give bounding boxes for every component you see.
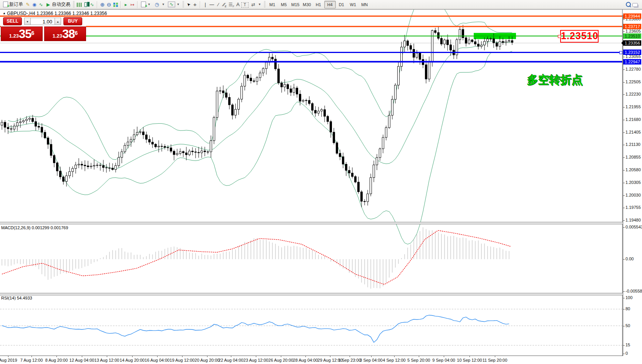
- collapse-triangle-icon[interactable]: ▲: [3, 12, 6, 15]
- candlestick-type-icon[interactable]: [82, 2, 89, 8]
- horizontal-line-tool-icon[interactable]: —: [209, 2, 215, 8]
- templates-button[interactable]: +▼: [139, 1, 152, 8]
- price-tick: 1.20855: [625, 155, 641, 159]
- chart-shift-icon[interactable]: ↦: [129, 2, 136, 8]
- price-tick: 1.19480: [625, 218, 641, 222]
- timeframe-h4[interactable]: H4: [324, 1, 336, 8]
- rsi-tick: 15: [625, 342, 630, 347]
- buy-button[interactable]: BUY: [63, 17, 82, 25]
- one-click-trading-panel: SELL ▼ 1.00 ▲ BUY 1.23356 1.23386: [1, 17, 86, 43]
- auto-trading-label: 自动交易: [52, 1, 70, 8]
- timeframe-m30[interactable]: M30: [301, 1, 313, 8]
- time-tick: 20 Aug 20:00: [195, 358, 220, 362]
- timeframe-mn[interactable]: MN: [359, 1, 370, 8]
- auto-trading-button[interactable]: ▶ 自动交易: [44, 1, 72, 8]
- timeframe-w1[interactable]: W1: [347, 1, 359, 8]
- price-tick: 1.21680: [625, 117, 641, 122]
- timeframe-buttons: M1M5M15M30H1H4D1W1MN: [267, 1, 370, 8]
- price-tick: 1.21130: [625, 142, 640, 147]
- price-axis[interactable]: 1.238801.236051.230551.227801.225051.222…: [623, 10, 642, 356]
- time-tick: 5 Sep 20:00: [407, 358, 430, 362]
- zoom-out-icon[interactable]: ⊖: [106, 2, 112, 8]
- time-tick: 10 Sep 12:00: [457, 358, 482, 362]
- arrows-tool-icon: ⇄: [250, 2, 257, 8]
- time-tick: 3 Sep 04:00: [360, 358, 382, 362]
- rsi-tick: 100: [625, 295, 632, 300]
- pane-separator-rsi[interactable]: [0, 293, 623, 295]
- trendline-tool-icon[interactable]: ∕: [215, 2, 222, 8]
- price-note-object[interactable]: 1.23510: [560, 30, 599, 43]
- toolbar: + 新订单 ✎ ◉ ∿ ▶ 自动交易 ∿ ⊕ ⊖ ▸ ↦ +▼ ◷▼ ∿▼ ➤ …: [0, 0, 642, 9]
- macd-label: MACD(12,26,9) 0.001299 0.001769: [1, 225, 68, 230]
- time-axis[interactable]: Aug 20197 Aug 12:008 Aug 20:0012 Aug 04:…: [0, 356, 623, 364]
- chart-canvas[interactable]: [0, 10, 623, 364]
- time-tick: 23 Aug 12:00: [244, 358, 269, 362]
- rsi-label: RSI(14) 54.4933: [1, 296, 32, 300]
- volume-decrease-button[interactable]: ▼: [24, 18, 31, 25]
- indicators-button[interactable]: ∿▼: [166, 1, 181, 8]
- pane-separator-macd[interactable]: [0, 222, 623, 224]
- timeframe-m5[interactable]: M5: [278, 1, 290, 8]
- line-anchor-handle[interactable]: [619, 51, 622, 54]
- level-price-badge: 1.23510: [623, 33, 641, 39]
- timeframe-m1[interactable]: M1: [267, 1, 278, 8]
- bar-chart-type-icon[interactable]: [76, 2, 82, 8]
- price-tick: 1.22780: [625, 67, 641, 71]
- period-button[interactable]: ◷▼: [152, 1, 166, 8]
- signals-icon[interactable]: ∿: [38, 2, 44, 8]
- level-price-badge: 1.23152: [623, 50, 641, 55]
- price-tick: 1.21955: [625, 104, 641, 109]
- volume-input[interactable]: 1.00: [31, 18, 55, 25]
- time-tick: 9 Sep 04:00: [432, 358, 455, 362]
- chart-window: ▲ GBPUSD-,H4 1.23366 1.23366 1.23346 1.2…: [0, 9, 642, 364]
- time-tick: 28 Aug 04:00: [293, 358, 318, 362]
- price-tick: 1.21405: [625, 130, 641, 134]
- timeframe-m15[interactable]: M15: [290, 1, 301, 8]
- label-tool-icon[interactable]: T: [241, 2, 249, 8]
- community-icon[interactable]: ◉: [31, 2, 38, 8]
- level-price-badge: 1.22947: [623, 59, 641, 65]
- time-tick: 7 Aug 12:00: [20, 358, 43, 362]
- price-tick: 1.22230: [625, 92, 641, 96]
- time-tick: 19 Aug 12:00: [170, 358, 195, 362]
- time-tick: 14 Aug 20:00: [120, 358, 145, 362]
- rsi-tick: 50: [625, 323, 630, 328]
- text-tool-icon[interactable]: A: [235, 2, 241, 8]
- volume-increase-button[interactable]: ▲: [55, 18, 61, 25]
- metaeditor-icon[interactable]: ✎: [25, 2, 31, 8]
- rsi-tick: 0: [625, 351, 628, 356]
- sell-button[interactable]: SELL: [3, 17, 22, 25]
- auto-scroll-icon[interactable]: ▸: [123, 2, 129, 8]
- channel-tool-icon[interactable]: ∕∕E: [222, 2, 228, 8]
- timeframe-d1[interactable]: D1: [336, 1, 347, 8]
- chat-icon[interactable]: [632, 2, 638, 8]
- price-tick: 1.20305: [625, 180, 641, 185]
- price-tick: 1.22505: [625, 79, 641, 84]
- time-tick: 8 Aug 20:00: [45, 358, 68, 362]
- rsi-tick: 80: [625, 306, 630, 311]
- sell-price-display[interactable]: 1.23356: [1, 26, 43, 41]
- search-icon[interactable]: [625, 2, 632, 8]
- time-tick: 12 Aug 04:00: [70, 358, 95, 362]
- vertical-line-tool-icon[interactable]: |: [202, 2, 209, 8]
- time-tick: 1 Sep 23:00: [338, 358, 361, 362]
- tile-windows-icon[interactable]: [112, 2, 119, 8]
- line-chart-type-icon[interactable]: ∿: [89, 2, 95, 8]
- buy-price-display[interactable]: 1.23386: [44, 26, 86, 41]
- fibonacci-tool-icon[interactable]: ☰F: [228, 2, 235, 8]
- auto-trading-icon: ▶: [46, 2, 51, 8]
- time-tick: Aug 2019: [0, 358, 17, 362]
- new-order-button[interactable]: + 新订单: [2, 1, 25, 8]
- timeframe-h1[interactable]: H1: [313, 1, 324, 8]
- time-tick: 22 Aug 04:00: [219, 358, 244, 362]
- clock-icon: ◷: [154, 2, 160, 8]
- macd-tick: 0.005543: [625, 225, 642, 229]
- line-anchor-handle[interactable]: [558, 35, 561, 38]
- crosshair-icon[interactable]: +: [192, 2, 198, 8]
- zoom-in-icon[interactable]: ⊕: [99, 2, 106, 8]
- indicators-icon: ∿: [168, 2, 175, 7]
- new-order-label: 新订单: [9, 1, 23, 8]
- arrows-tool-button[interactable]: ⇄▼: [249, 1, 263, 8]
- chart-title: ▲ GBPUSD-,H4 1.23366 1.23366 1.23346 1.2…: [3, 11, 107, 16]
- chinese-annotation[interactable]: 多空转折点: [527, 73, 583, 88]
